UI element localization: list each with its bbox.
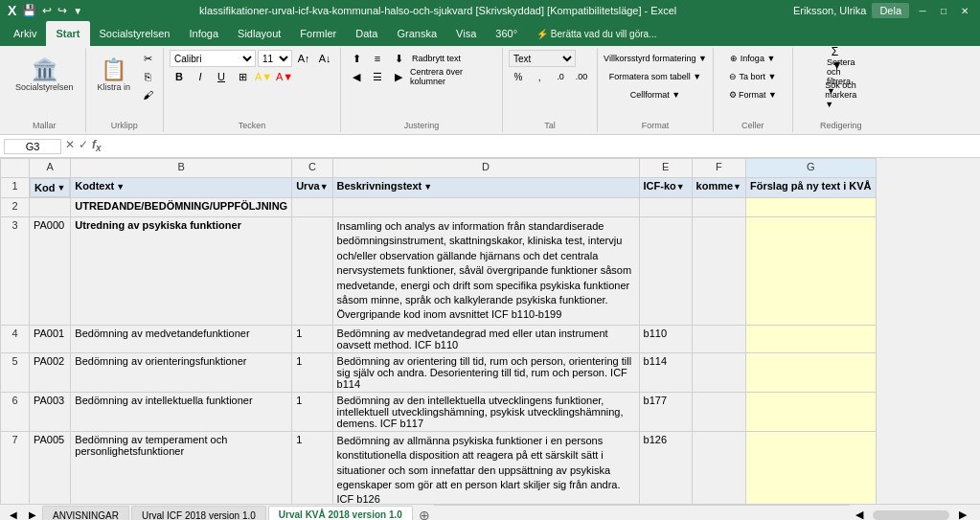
redo-icon[interactable]: ↪ [57,4,67,17]
cell-reference-input[interactable] [4,139,61,154]
percent-button[interactable]: % [509,68,528,85]
copy-button[interactable]: ⎘ [138,68,157,85]
cell-g6[interactable] [746,392,877,431]
dropdown-icon[interactable]: ▼ [73,6,82,16]
horizontal-scroll-bar[interactable] [873,510,949,520]
cell-g2[interactable] [746,198,877,217]
cell-a7[interactable]: PA005 [30,431,71,504]
align-center-button[interactable]: ☰ [368,68,387,85]
sheet-tab-anvisningar[interactable]: ANVISNINGAR [42,506,129,521]
cell-f4[interactable] [692,325,745,352]
cell-d1[interactable]: Beskrivningstext▼ [332,178,639,198]
cell-e1[interactable]: ICF-ko▼ [639,178,692,198]
increase-decimal-button[interactable]: .0 [551,68,570,85]
font-family-select[interactable]: Calibri [170,50,256,67]
cell-f1[interactable]: komme▼ [692,178,745,198]
cell-d3[interactable]: Insamling och analys av information från… [332,217,639,326]
tab-granska[interactable]: Granska [388,21,447,46]
cell-d7[interactable]: Bedömning av allmänna psykiska funktione… [332,431,639,504]
align-bottom-button[interactable]: ⬇ [389,50,408,67]
decrease-font-button[interactable]: A↓ [315,50,334,67]
col-header-e[interactable]: E [639,159,692,178]
cell-g5[interactable] [746,352,877,392]
sheet-tab-urval-kva[interactable]: Urval KVÅ 2018 version 1.0 [268,506,413,521]
cell-a3[interactable]: PA000 [30,217,71,326]
delete-cells-button[interactable]: ⊖ Ta bort ▼ [719,68,786,85]
tab-search[interactable]: ⚡ Berätta vad du vill göra... [527,21,666,46]
cell-a5[interactable]: PA002 [30,352,71,392]
underline-button[interactable]: U [212,68,231,85]
restore-button[interactable]: □ [936,3,951,18]
align-left-button[interactable]: ◀ [347,68,366,85]
socialstyrelsen-button[interactable]: 🏛️ Socialstyrelsen [10,50,80,100]
cell-styles-button[interactable]: Cellformat ▼ [604,86,707,103]
increase-font-button[interactable]: A↑ [294,50,313,67]
cell-b3[interactable]: Utredning av psykiska funktioner [71,217,292,326]
col-header-c[interactable]: C [292,159,332,178]
conditional-format-button[interactable]: Villkorsstyrd formatering ▼ [604,50,707,67]
cell-f5[interactable] [692,352,745,392]
undo-icon[interactable]: ↩ [42,4,52,17]
cell-c5[interactable]: 1 [292,352,332,392]
cell-e3[interactable] [639,217,692,326]
merge-center-button[interactable]: Centrera över kolumner [410,68,496,85]
cell-a2[interactable] [30,198,71,217]
tab-formler[interactable]: Formler [290,21,346,46]
cell-e6[interactable]: b177 [639,392,692,431]
cell-d2[interactable] [332,198,639,217]
font-color-button[interactable]: A▼ [275,68,294,85]
tab-visa[interactable]: Visa [446,21,486,46]
cell-e5[interactable]: b114 [639,352,692,392]
cell-c2[interactable] [292,198,332,217]
add-sheet-button[interactable]: ⊕ [415,506,434,521]
number-format-select[interactable]: Text [509,50,576,67]
insert-function-icon[interactable]: fx [92,138,102,153]
bold-button[interactable]: B [170,68,189,85]
horizontal-scroll-right[interactable]: ▶ [953,507,972,521]
cell-f2[interactable] [692,198,745,217]
align-middle-button[interactable]: ≡ [368,50,387,67]
format-painter-button[interactable]: 🖌 [138,86,157,103]
sheet-tab-urval-icf[interactable]: Urval ICF 2018 version 1.0 [131,506,266,521]
format-cells-button[interactable]: ⚙ Format ▼ [719,86,786,103]
tab-data[interactable]: Data [346,21,387,46]
tab-sidlayout[interactable]: Sidlayout [228,21,290,46]
sheet-nav-left[interactable]: ◀ [4,507,23,521]
col-header-a[interactable]: A [30,159,71,178]
cell-g3[interactable] [746,217,877,326]
horizontal-scroll-left[interactable]: ◀ [850,507,869,521]
cell-b6[interactable]: Bedömning av intellektuella funktioner [71,392,292,431]
cancel-formula-icon[interactable]: ✕ [65,138,75,153]
cell-f3[interactable] [692,217,745,326]
cell-c6[interactable]: 1 [292,392,332,431]
sheet-nav-right[interactable]: ▶ [23,507,42,521]
sheet-area[interactable]: A B C D E F G 1 Kod▼ Kodtext▼ [0,158,980,504]
col-header-b[interactable]: B [71,159,292,178]
cell-b2[interactable]: UTREDANDE/BEDÖMNING/UPPFÖLJNING [71,198,292,217]
cell-f7[interactable] [692,431,745,504]
wrap-text-button[interactable]: Radbrytt text [410,50,463,67]
tab-socialstyrelsen[interactable]: Socialstyrelsen [90,21,180,46]
find-select-button[interactable]: Sök och markera ▼ [832,86,851,103]
cell-e2[interactable] [639,198,692,217]
cell-c1[interactable]: Urva▼ [292,178,332,198]
close-button[interactable]: ✕ [957,3,972,18]
share-button[interactable]: Dela [872,3,909,18]
cell-d4[interactable]: Bedömning av medvetandegrad med eller ut… [332,325,639,352]
insert-cells-button[interactable]: ⊕ Infoga ▼ [719,50,786,67]
border-button[interactable]: ⊞ [233,68,252,85]
minimize-button[interactable]: ─ [915,3,930,18]
italic-button[interactable]: I [191,68,210,85]
format-as-table-button[interactable]: Formatera som tabell ▼ [604,68,707,85]
cut-button[interactable]: ✂ [138,50,157,67]
align-right-button[interactable]: ▶ [389,68,408,85]
tab-360[interactable]: 360° [486,21,527,46]
cell-g1[interactable]: Förslag på ny text i KVÅ [746,178,877,198]
cell-c4[interactable]: 1 [292,325,332,352]
cell-d5[interactable]: Bedömning av orientering till tid, rum o… [332,352,639,392]
cell-a1[interactable]: Kod▼ [30,178,70,197]
cell-g7[interactable] [746,431,877,504]
formula-input[interactable] [107,141,976,152]
tab-infoga[interactable]: Infoga [180,21,229,46]
cell-b1[interactable]: Kodtext▼ [71,178,292,198]
